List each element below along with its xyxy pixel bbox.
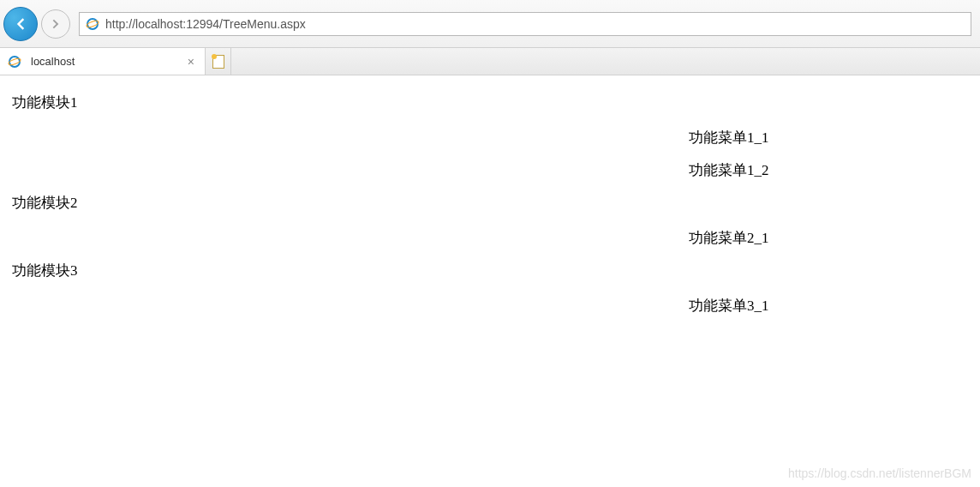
menu-list: 功能菜单3_1 <box>12 296 968 316</box>
watermark: https://blog.csdn.net/listennerBGM <box>788 466 971 480</box>
module: 功能模块3功能菜单3_1 <box>12 261 968 316</box>
url-input[interactable] <box>105 17 965 31</box>
address-bar[interactable] <box>79 12 971 36</box>
arrow-left-icon <box>12 15 29 33</box>
menu-item[interactable]: 功能菜单2_1 <box>689 228 968 248</box>
menu-item[interactable]: 功能菜单1_2 <box>689 160 968 180</box>
module: 功能模块1功能菜单1_1功能菜单1_2 <box>12 93 968 180</box>
page-body: 功能模块1功能菜单1_1功能菜单1_2功能模块2功能菜单2_1功能模块3功能菜单… <box>0 75 980 346</box>
close-tab-button[interactable]: × <box>186 55 196 69</box>
tab-localhost[interactable]: localhost × <box>0 48 206 75</box>
module: 功能模块2功能菜单2_1 <box>12 193 968 248</box>
ie-icon <box>7 54 22 69</box>
module-title: 功能模块3 <box>12 261 968 280</box>
tab-title: localhost <box>31 55 186 68</box>
menu-list: 功能菜单2_1 <box>12 228 968 248</box>
menu-item[interactable]: 功能菜单1_1 <box>689 128 968 147</box>
forward-button[interactable] <box>41 9 70 39</box>
back-button[interactable] <box>3 7 38 41</box>
new-tab-button[interactable] <box>206 48 231 75</box>
module-title: 功能模块1 <box>12 93 968 112</box>
ie-icon <box>85 16 100 32</box>
arrow-right-icon <box>49 17 63 31</box>
menu-item[interactable]: 功能菜单3_1 <box>689 296 968 316</box>
new-tab-icon <box>212 55 224 69</box>
module-title: 功能模块2 <box>12 193 968 213</box>
menu-list: 功能菜单1_1功能菜单1_2 <box>12 128 968 180</box>
